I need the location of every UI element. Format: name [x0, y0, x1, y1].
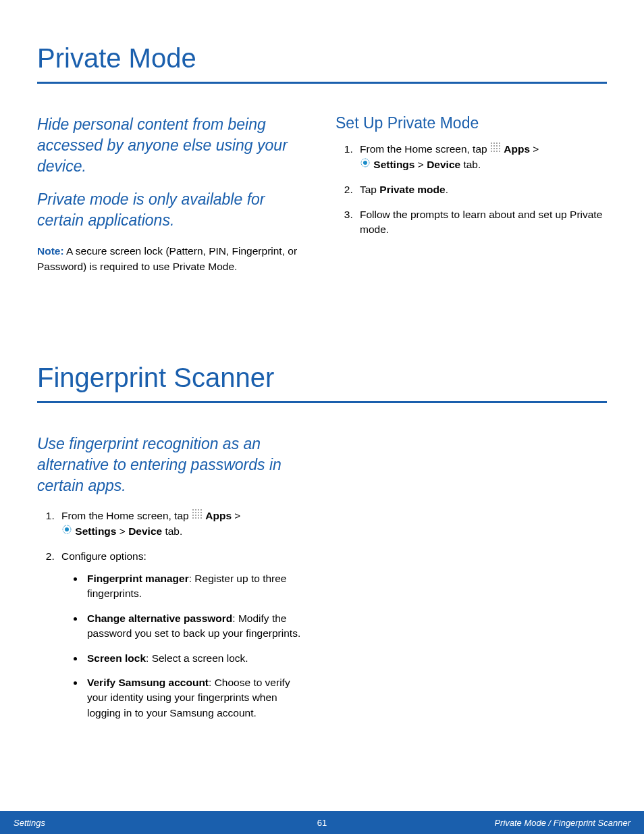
svg-point-13	[493, 151, 495, 152]
svg-point-32	[198, 517, 199, 519]
section1-right-column: Set Up Private Mode From the Home screen…	[336, 114, 607, 275]
svg-point-12	[491, 151, 492, 152]
fp-step-1-gt1: >	[232, 510, 240, 521]
steps-list-private-mode: From the Home screen, tap Apps > Setting…	[336, 142, 607, 238]
fp-step-1-tab: tab.	[162, 525, 182, 537]
subheading-set-up-private-mode: Set Up Private Mode	[336, 114, 607, 132]
fp-step-1-gt2: >	[116, 525, 128, 537]
note-label: Note:	[37, 245, 64, 257]
settings-gear-icon	[61, 524, 72, 539]
fp-step-2: Configure options: Fingerprint manager: …	[57, 549, 308, 721]
svg-point-8	[491, 148, 492, 149]
svg-point-14	[496, 151, 498, 152]
svg-point-0	[491, 142, 492, 144]
svg-point-35	[65, 527, 69, 531]
step-1-settings: Settings	[373, 159, 414, 170]
footer-page-number: 61	[317, 818, 327, 828]
svg-point-9	[493, 148, 495, 149]
svg-point-5	[493, 145, 495, 147]
svg-point-33	[200, 517, 202, 519]
svg-point-2	[496, 142, 498, 144]
svg-point-17	[363, 161, 367, 165]
note-text: A secure screen lock (Pattern, PIN, Fing…	[37, 245, 297, 272]
section-title-fingerprint-scanner: Fingerprint Scanner	[37, 363, 607, 393]
fp-option-3-text: : Select a screen lock.	[146, 652, 248, 664]
svg-point-29	[200, 515, 202, 516]
step-2-pre: Tap	[360, 184, 379, 195]
step-2-post: .	[446, 184, 448, 195]
intro-paragraph-1: Hide personal content from being accesse…	[37, 114, 308, 177]
step-1-gt1: >	[530, 143, 539, 155]
svg-point-3	[499, 142, 500, 144]
section-title-private-mode: Private Mode	[37, 43, 607, 74]
fp-options-list: Fingerprint manager: Register up to thre…	[61, 571, 308, 721]
svg-point-15	[499, 151, 500, 152]
section-rule	[37, 82, 607, 84]
fp-option-3: Screen lock: Select a screen lock.	[84, 651, 308, 666]
svg-point-31	[195, 517, 196, 519]
svg-point-22	[192, 512, 194, 513]
section-rule-2	[37, 401, 607, 403]
svg-point-1	[493, 142, 495, 144]
step-3: Follow the prompts to learn about and se…	[356, 207, 607, 238]
fp-option-1: Fingerprint manager: Register up to thre…	[84, 571, 308, 602]
note-paragraph: Note: A secure screen lock (Pattern, PIN…	[37, 243, 308, 275]
svg-point-25	[200, 512, 202, 513]
svg-point-26	[192, 515, 194, 516]
step-1-tab: tab.	[460, 159, 481, 170]
apps-grid-icon	[192, 509, 203, 523]
settings-gear-icon	[360, 157, 371, 172]
fp-option-1-bold: Fingerprint manager	[87, 573, 189, 584]
step-1-gt2: >	[414, 159, 427, 170]
apps-grid-icon	[490, 142, 501, 157]
section1-columns: Hide personal content from being accesse…	[37, 114, 607, 275]
svg-point-28	[198, 515, 199, 516]
document-page: Private Mode Hide personal content from …	[0, 0, 644, 834]
svg-point-19	[195, 509, 196, 511]
step-2: Tap Private mode.	[356, 182, 607, 197]
fp-option-2-bold: Change alternative password	[87, 613, 232, 624]
svg-point-6	[496, 145, 498, 147]
section2-right-column	[336, 434, 607, 731]
step-2-bold: Private mode	[379, 184, 445, 195]
section-fingerprint: Fingerprint Scanner Use fingerprint reco…	[37, 363, 607, 731]
section2-left-column: Use fingerprint recognition as an altern…	[37, 434, 308, 731]
page-footer: Settings 61 Private Mode / Fingerprint S…	[0, 811, 644, 834]
svg-point-10	[496, 148, 498, 149]
fp-step-2-text: Configure options:	[61, 550, 146, 562]
svg-point-4	[491, 145, 492, 147]
svg-point-24	[198, 512, 199, 513]
section2-columns: Use fingerprint recognition as an altern…	[37, 434, 607, 731]
svg-point-23	[195, 512, 196, 513]
section1-left-column: Hide personal content from being accesse…	[37, 114, 308, 275]
fp-option-3-bold: Screen lock	[87, 652, 146, 664]
step-1: From the Home screen, tap Apps > Setting…	[356, 142, 607, 173]
svg-point-11	[499, 148, 500, 149]
footer-left: Settings	[14, 818, 45, 828]
fp-step-1-settings: Settings	[75, 525, 116, 537]
svg-point-30	[192, 517, 194, 519]
step-1-apps: Apps	[504, 143, 530, 155]
fp-option-4-bold: Verify Samsung account	[87, 677, 209, 688]
svg-point-20	[198, 509, 199, 511]
steps-list-fingerprint: From the Home screen, tap Apps > Setting…	[37, 509, 308, 721]
fp-option-2: Change alternative password: Modify the …	[84, 611, 308, 642]
fp-step-1: From the Home screen, tap Apps > Setting…	[57, 509, 308, 540]
svg-point-7	[499, 145, 500, 147]
step-1-pre: From the Home screen, tap	[360, 143, 490, 155]
svg-point-27	[195, 515, 196, 516]
step-1-device: Device	[427, 159, 460, 170]
intro-fingerprint: Use fingerprint recognition as an altern…	[37, 434, 308, 496]
footer-right: Private Mode / Fingerprint Scanner	[494, 818, 630, 828]
svg-point-21	[200, 509, 202, 511]
fp-step-1-device: Device	[128, 525, 162, 537]
intro-paragraph-2: Private mode is only available for certa…	[37, 189, 308, 231]
svg-point-18	[192, 509, 194, 511]
fp-step-1-pre: From the Home screen, tap	[61, 510, 192, 521]
fp-step-1-apps: Apps	[205, 510, 232, 521]
fp-option-4: Verify Samsung account: Choose to verify…	[84, 675, 308, 721]
